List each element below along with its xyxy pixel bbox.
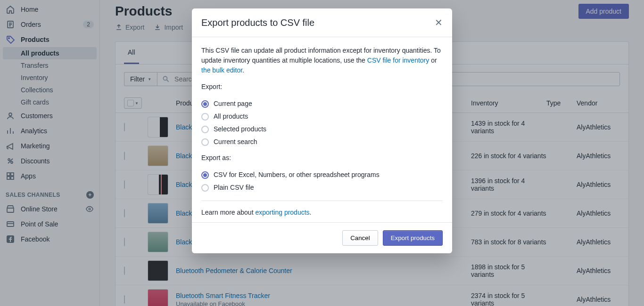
radio-icon — [201, 100, 209, 108]
radio-icon — [201, 184, 209, 192]
exporting-products-link[interactable]: exporting products — [255, 209, 309, 216]
csv-inventory-link[interactable]: CSV file for inventory — [367, 56, 429, 64]
radio-label: Current search — [214, 137, 257, 147]
learn-end: . — [310, 209, 312, 216]
radio-icon — [201, 126, 209, 133]
modal-overlay[interactable]: Export products to CSV file ✕ This CSV f… — [0, 0, 644, 306]
radio-icon — [201, 171, 209, 179]
intro-or: or — [429, 56, 437, 64]
export-modal: Export products to CSV file ✕ This CSV f… — [192, 8, 452, 253]
radio-icon — [201, 113, 209, 121]
export-scope-label: Export: — [201, 82, 443, 92]
radio-label: Selected products — [214, 124, 266, 134]
modal-title: Export products to CSV file — [201, 17, 314, 28]
radio-current-page[interactable]: Current page — [201, 97, 443, 110]
radio-csv-plain[interactable]: Plain CSV file — [201, 181, 443, 194]
close-button[interactable]: ✕ — [435, 17, 443, 28]
learn-text: Learn more about — [201, 209, 255, 216]
learn-more: Learn more about exporting products. — [201, 208, 443, 217]
close-icon: ✕ — [435, 17, 443, 28]
modal-intro: This CSV file can update all product inf… — [201, 46, 443, 75]
radio-label: CSV for Excel, Numbers, or other spreads… — [214, 170, 380, 180]
cancel-button[interactable]: Cancel — [342, 230, 378, 246]
export-products-button[interactable]: Export products — [383, 230, 443, 246]
radio-csv-excel[interactable]: CSV for Excel, Numbers, or other spreads… — [201, 169, 443, 181]
radio-label: Current page — [214, 99, 252, 109]
radio-label: All products — [214, 112, 248, 121]
radio-selected-products[interactable]: Selected products — [201, 123, 443, 136]
bulk-editor-link[interactable]: the bulk editor — [201, 66, 242, 74]
radio-label: Plain CSV file — [214, 183, 254, 193]
radio-current-search[interactable]: Current search — [201, 136, 443, 148]
intro-end: . — [242, 66, 244, 74]
radio-all-products[interactable]: All products — [201, 110, 443, 123]
export-as-label: Export as: — [201, 153, 443, 163]
radio-icon — [201, 138, 209, 146]
